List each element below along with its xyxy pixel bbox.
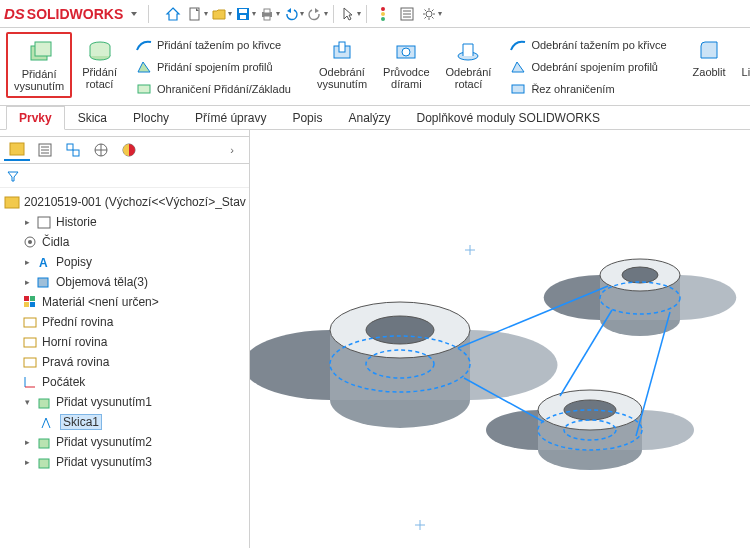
svg-text:A: A	[39, 256, 48, 270]
app-logo: DS SOLIDWORKS	[4, 5, 123, 22]
fillet-button[interactable]: Zaoblit	[687, 32, 732, 94]
svg-rect-48	[24, 296, 29, 301]
config-tab[interactable]	[60, 139, 86, 161]
svg-rect-49	[30, 296, 35, 301]
settings-icon[interactable]: ▾	[420, 3, 442, 25]
tab-annotate[interactable]: Popis	[279, 106, 335, 129]
feature-tree-tab[interactable]	[4, 139, 30, 161]
traffic-icon[interactable]	[372, 3, 394, 25]
cursor-icon[interactable]: ▾	[339, 3, 361, 25]
save-icon[interactable]: ▾	[234, 3, 256, 25]
svg-rect-36	[67, 144, 73, 150]
tree-extrude2[interactable]: ▸Přidat vysunutím2	[0, 432, 249, 452]
feature-manager-panel: › 20210519-001 (Výchozí<<Výchozí>_Stav ▸…	[0, 130, 250, 548]
extrude-boss-button[interactable]: Přidání vysunutím	[6, 32, 72, 98]
svg-rect-54	[24, 358, 36, 367]
svg-rect-2	[239, 9, 247, 13]
panel-expand-icon[interactable]: ›	[219, 139, 245, 161]
linear-pattern-button[interactable]: Lineární pole	[736, 32, 750, 94]
boundary-cut-button[interactable]: Řez ohraničením	[505, 79, 670, 99]
open-icon[interactable]: ▾	[210, 3, 232, 25]
svg-line-84	[560, 310, 612, 396]
svg-point-22	[402, 48, 410, 56]
revolve-cut-button[interactable]: Odebrání rotací	[440, 32, 498, 94]
svg-rect-42	[5, 197, 19, 208]
boundary-boss-button[interactable]: Ohraničení Přidání/Základu	[131, 79, 295, 99]
hole-wizard-button[interactable]: Průvodce dírami	[377, 32, 435, 94]
title-expand-icon[interactable]	[123, 3, 145, 25]
svg-point-73	[622, 267, 658, 283]
dimxpert-tab[interactable]	[88, 139, 114, 161]
tree-history[interactable]: ▸Historie	[0, 212, 249, 232]
tree-sketch1[interactable]: Skica1	[0, 412, 249, 432]
lofted-cut-button[interactable]: Odebrání spojením profilů	[505, 57, 670, 77]
svg-rect-52	[24, 318, 36, 327]
svg-rect-18	[138, 85, 150, 93]
home-icon[interactable]	[162, 3, 184, 25]
3d-viewport[interactable]	[250, 130, 750, 548]
tree-annotations[interactable]: ▸APopisy	[0, 252, 249, 272]
title-bar: DS SOLIDWORKS ▾ ▾ ▾ ▾ ▾ ▾ ▾ ▾	[0, 0, 750, 28]
svg-rect-24	[512, 85, 524, 93]
svg-rect-6	[264, 16, 270, 20]
property-tab[interactable]	[32, 139, 58, 161]
svg-rect-53	[24, 338, 36, 347]
print-icon[interactable]: ▾	[258, 3, 280, 25]
svg-rect-58	[39, 439, 49, 448]
tree-top-plane[interactable]: Horní rovina	[0, 332, 249, 352]
svg-rect-51	[30, 302, 35, 307]
svg-point-67	[366, 316, 434, 344]
svg-rect-59	[39, 459, 49, 468]
svg-rect-20	[339, 42, 345, 52]
tree-front-plane[interactable]: Přední rovina	[0, 312, 249, 332]
svg-point-9	[381, 17, 385, 21]
swept-boss-button[interactable]: Přidání tažením po křivce	[131, 35, 295, 55]
panel-tabstrip: ›	[0, 136, 249, 164]
svg-rect-57	[39, 399, 49, 408]
tree-origin[interactable]: Počátek	[0, 372, 249, 392]
list-panel-icon[interactable]	[396, 3, 418, 25]
svg-point-8	[381, 12, 385, 16]
filter-row[interactable]	[0, 164, 249, 188]
undo-icon[interactable]: ▾	[282, 3, 304, 25]
svg-rect-43	[38, 217, 50, 228]
display-tab[interactable]	[116, 139, 142, 161]
tab-sketch[interactable]: Skica	[65, 106, 120, 129]
tab-addins[interactable]: Doplňkové moduly SOLIDWORKS	[404, 106, 613, 129]
revolve-boss-button[interactable]: Přidání rotací	[76, 32, 123, 98]
command-tabstrip: Prvky Skica Plochy Přímé úpravy Popis An…	[0, 106, 750, 130]
ribbon: Přidání vysunutím Přidání rotací Přidání…	[0, 28, 750, 106]
svg-rect-37	[73, 150, 79, 156]
svg-rect-3	[240, 15, 246, 19]
new-doc-icon[interactable]: ▾	[186, 3, 208, 25]
tree-material[interactable]: Materiál <není určen>	[0, 292, 249, 312]
svg-point-14	[426, 11, 432, 17]
svg-rect-16	[35, 42, 51, 56]
svg-point-7	[381, 7, 385, 11]
svg-rect-5	[264, 9, 270, 13]
tab-surfaces[interactable]: Plochy	[120, 106, 182, 129]
tree-extrude1[interactable]: ▾Přidat vysunutím1	[0, 392, 249, 412]
extrude-cut-button[interactable]: Odebrání vysunutím	[311, 32, 373, 94]
tree-extrude3[interactable]: ▸Přidat vysunutím3	[0, 452, 249, 472]
lofted-boss-button[interactable]: Přidání spojením profilů	[131, 57, 295, 77]
svg-point-45	[28, 240, 32, 244]
tab-direct-edit[interactable]: Přímé úpravy	[182, 106, 279, 129]
svg-rect-50	[24, 302, 29, 307]
svg-rect-31	[10, 143, 24, 155]
feature-tree: 20210519-001 (Výchozí<<Výchozí>_Stav ▸Hi…	[0, 188, 249, 548]
model-render	[250, 130, 750, 548]
svg-rect-47	[38, 278, 48, 287]
swept-cut-button[interactable]: Odebrání tažením po křivce	[505, 35, 670, 55]
redo-icon[interactable]: ▾	[306, 3, 328, 25]
tab-features[interactable]: Prvky	[6, 106, 65, 130]
tree-sensors[interactable]: Čidla	[0, 232, 249, 252]
tree-solid-bodies[interactable]: ▸Objemová těla(3)	[0, 272, 249, 292]
tree-root[interactable]: 20210519-001 (Výchozí<<Výchozí>_Stav	[0, 192, 249, 212]
tree-right-plane[interactable]: Pravá rovina	[0, 352, 249, 372]
tab-evaluate[interactable]: Analýzy	[335, 106, 403, 129]
